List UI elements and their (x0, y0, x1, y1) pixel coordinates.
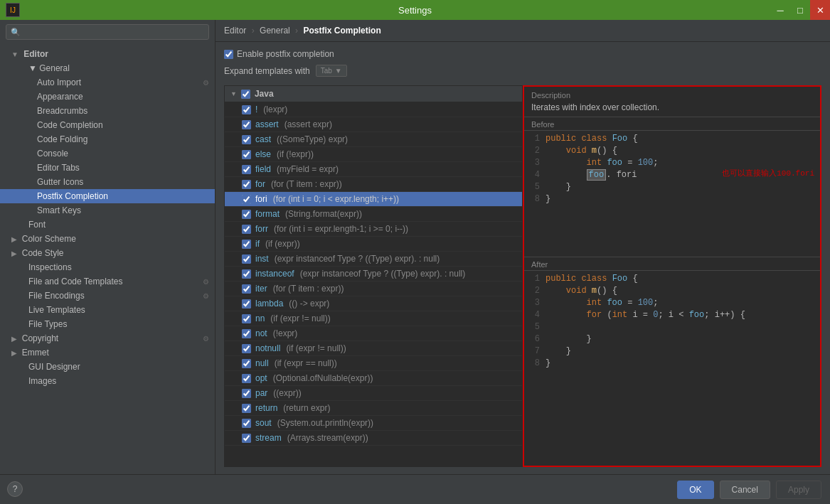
sidebar-item-images[interactable]: Images (0, 374, 215, 388)
sidebar-item-editor[interactable]: ▼ Editor (0, 47, 215, 61)
item-checkbox[interactable] (242, 374, 251, 383)
item-checkbox[interactable] (242, 314, 251, 323)
sidebar-item-general[interactable]: ▼ General (0, 61, 215, 75)
sidebar-item-gutter-icons[interactable]: Gutter Icons (0, 175, 215, 189)
minimize-button[interactable]: ─ (770, 0, 790, 20)
item-checkbox[interactable] (242, 344, 251, 353)
description-section: Description Iterates with index over col… (524, 87, 820, 117)
sidebar-item-breadcrumbs[interactable]: Breadcrumbs (0, 104, 215, 118)
sidebar-item-live-templates[interactable]: Live Templates (0, 303, 215, 317)
expand-dropdown[interactable]: Tab ▼ (316, 65, 347, 77)
close-button[interactable]: ✕ (810, 0, 830, 20)
item-checkbox[interactable] (242, 135, 251, 144)
list-item[interactable]: return (return expr) (225, 401, 522, 416)
item-checkbox[interactable] (242, 254, 251, 264)
enable-checkbox-label[interactable]: Enable postfix completion (224, 49, 334, 59)
item-checkbox[interactable] (242, 329, 251, 338)
ok-button[interactable]: OK (677, 481, 713, 499)
sidebar-item-smart-keys[interactable]: Smart Keys (0, 203, 215, 218)
sidebar-item-copyright[interactable]: ▶ Copyright ⚙ (0, 331, 215, 345)
sidebar-item-color-scheme[interactable]: ▶ Color Scheme (0, 232, 215, 246)
item-checkbox[interactable] (242, 225, 251, 234)
sidebar-item-inspections[interactable]: Inspections (0, 260, 215, 274)
list-item[interactable]: else (if (!expr)) (225, 147, 522, 162)
list-item[interactable]: for (for (T item : expr)) (225, 177, 522, 192)
item-checkbox[interactable] (242, 269, 251, 279)
item-checkbox[interactable] (242, 120, 251, 129)
sidebar-item-file-code-templates[interactable]: File and Code Templates ⚙ (0, 274, 215, 289)
sidebar-item-file-types[interactable]: File Types (0, 317, 215, 331)
list-item[interactable]: iter (for (T item : expr)) (225, 282, 522, 296)
cancel-button[interactable]: Cancel (720, 481, 770, 499)
list-item[interactable]: if (if (expr)) (225, 237, 522, 252)
list-item[interactable]: assert (assert expr) (225, 117, 522, 132)
list-item[interactable]: nn (if (expr != null)) (225, 311, 522, 326)
sidebar-item-postfix-completion[interactable]: Postfix Completion (0, 189, 215, 203)
item-checkbox[interactable] (242, 240, 251, 249)
sidebar-item-code-style[interactable]: ▶ Code Style (0, 246, 215, 260)
item-checkbox[interactable] (242, 299, 251, 309)
item-checkbox[interactable] (242, 165, 251, 174)
two-columns: ▼ Java ! (lexpr) assert (224, 85, 821, 467)
item-checkbox[interactable] (242, 210, 251, 219)
list-item[interactable]: ! (lexpr) (225, 102, 522, 117)
sidebar-item-editor-tabs[interactable]: Editor Tabs (0, 161, 215, 175)
item-checkbox[interactable] (242, 195, 251, 204)
search-box[interactable]: 🔍 (6, 24, 209, 40)
item-checkbox[interactable] (242, 389, 251, 398)
code-line: 2 void m() { (530, 146, 814, 158)
gear-icon[interactable]: ⚙ (203, 79, 209, 87)
gear-icon[interactable]: ⚙ (203, 278, 209, 286)
list-item[interactable]: fori (for (int i = 0; i < expr.length; i… (225, 192, 522, 207)
list-item[interactable]: sout (System.out.println(expr)) (225, 416, 522, 431)
search-input[interactable] (24, 27, 204, 37)
list-item[interactable]: format (String.format(expr)) (225, 207, 522, 222)
apply-button[interactable]: Apply (776, 481, 821, 499)
maximize-button[interactable]: □ (790, 0, 810, 20)
gear-icon[interactable]: ⚙ (203, 292, 209, 300)
list-item[interactable]: opt (Optional.ofNullable(expr)) (225, 371, 522, 386)
list-item[interactable]: instanceof (expr instanceof Type ? ((Typ… (225, 267, 522, 282)
list-item[interactable]: inst (expr instanceof Type ? ((Type) exp… (225, 252, 522, 267)
app-icon: IJ (6, 3, 20, 17)
item-checkbox[interactable] (242, 404, 251, 413)
titlebar: IJ Settings ─ □ ✕ (0, 0, 830, 20)
code-line: 6 } (530, 334, 814, 346)
java-section-checkbox[interactable] (241, 90, 250, 99)
list-item[interactable]: lambda (() -> expr) (225, 296, 522, 311)
window-title: Settings (398, 5, 432, 16)
sidebar-item-font[interactable]: Font (0, 218, 215, 232)
item-checkbox[interactable] (242, 150, 251, 159)
item-checkbox[interactable] (242, 284, 251, 294)
item-checkbox[interactable] (242, 105, 251, 114)
help-button[interactable]: ? (7, 481, 23, 497)
chevron-down-icon: ▼ (335, 67, 342, 75)
after-label: After (524, 257, 820, 271)
sidebar-item-code-completion[interactable]: Code Completion (0, 118, 215, 132)
list-item[interactable]: notnull (if (expr != null)) (225, 341, 522, 356)
sidebar-item-appearance[interactable]: Appearance (0, 90, 215, 104)
enable-checkbox[interactable] (224, 50, 233, 59)
list-item[interactable]: null (if (expr == null)) (225, 356, 522, 371)
list-item[interactable]: stream (Arrays.stream(expr)) (225, 431, 522, 446)
sidebar-item-console[interactable]: Console (0, 146, 215, 161)
list-item[interactable]: not (!expr) (225, 326, 522, 341)
item-checkbox[interactable] (242, 434, 251, 443)
sidebar-item-file-encodings[interactable]: File Encodings ⚙ (0, 289, 215, 303)
list-item[interactable]: field (myField = expr) (225, 162, 522, 177)
sidebar-item-emmet[interactable]: ▶ Emmet (0, 345, 215, 360)
desc-panel: Description Iterates with index over col… (523, 85, 821, 467)
item-checkbox[interactable] (242, 419, 251, 428)
breadcrumb: Editor › General › Postfix Completion (216, 20, 830, 42)
list-item[interactable]: cast ((SomeType) expr) (225, 132, 522, 147)
gear-icon[interactable]: ⚙ (203, 335, 209, 343)
item-checkbox[interactable] (242, 359, 251, 368)
list-item[interactable]: par ((expr)) (225, 386, 522, 401)
sidebar-item-auto-import[interactable]: Auto Import ⚙ (0, 75, 215, 90)
sidebar-item-gui-designer[interactable]: GUI Designer (0, 360, 215, 374)
item-checkbox[interactable] (242, 180, 251, 189)
template-section-java[interactable]: ▼ Java (225, 86, 522, 102)
code-line: 3 int foo = 100; (530, 298, 814, 310)
sidebar-item-code-folding[interactable]: Code Folding (0, 132, 215, 146)
list-item[interactable]: forr (for (int i = expr.length-1; i >= 0… (225, 222, 522, 237)
